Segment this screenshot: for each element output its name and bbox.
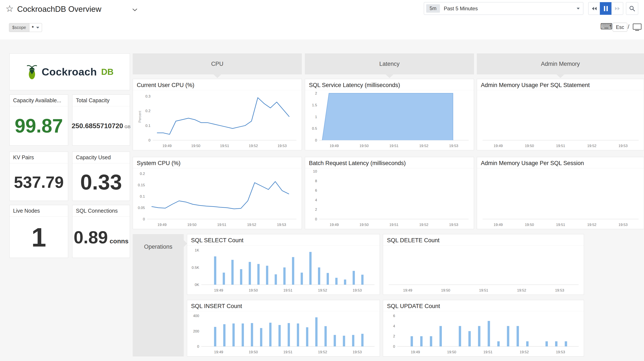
svg-text:2: 2	[393, 334, 395, 338]
playback-controls	[588, 2, 623, 15]
chart-plot[interactable]: 024619:4919:5019:5119:5219:53	[383, 311, 584, 356]
widget-value: 1	[32, 222, 46, 252]
chevron-down-icon	[577, 8, 580, 10]
group-header-operations[interactable]: Operations	[133, 234, 184, 356]
svg-text:19:49: 19:49	[494, 144, 503, 148]
svg-text:19:50: 19:50	[447, 350, 456, 354]
svg-text:19:51: 19:51	[556, 223, 565, 227]
svg-text:19:50: 19:50	[187, 223, 196, 227]
fullscreen-tv-icon[interactable]	[632, 23, 642, 32]
chart-plot[interactable]: 00.050.10.150.219:4919:5019:5119:5219:53	[133, 168, 302, 229]
svg-text:19:52: 19:52	[249, 144, 258, 148]
pause-icon	[604, 6, 605, 11]
svg-text:0.1: 0.1	[140, 194, 145, 198]
favorite-star-icon[interactable]: ☆	[6, 4, 14, 14]
svg-text:19:52: 19:52	[419, 223, 428, 227]
svg-text:19:51: 19:51	[479, 288, 488, 292]
chart-sql-delete-count[interactable]: SQL DELETE Count 19:4919:5019:5119:5219:…	[383, 234, 584, 295]
widget-capacity-used: Capacity Used 0.33	[72, 152, 130, 201]
svg-text:0.2: 0.2	[140, 172, 145, 176]
widget-sql-connections: SQL Connections 0.89conns	[72, 205, 130, 258]
svg-text:19:49: 19:49	[214, 288, 224, 292]
svg-text:0.05: 0.05	[138, 206, 145, 210]
chart-plot[interactable]: 0K0.5K1K19:4919:5019:5119:5219:53	[187, 246, 380, 294]
svg-text:19:51: 19:51	[389, 144, 398, 148]
chart-admin-memory-per-statement[interactable]: Admin Memory Usage Per SQL Statement 19:…	[477, 79, 644, 150]
svg-text:19:53: 19:53	[618, 223, 628, 227]
chart-current-user-cpu[interactable]: Current User CPU (%) 00.10.20.319:4919:5…	[133, 79, 302, 150]
svg-text:19:52: 19:52	[587, 223, 596, 227]
svg-text:19:50: 19:50	[441, 288, 450, 292]
cockroach-bug-icon	[26, 64, 38, 80]
chart-sql-update-count[interactable]: SQL UPDATE Count 024619:4919:5019:5119:5…	[383, 300, 584, 356]
time-range-label: Past 5 Minutes	[444, 6, 478, 12]
logo-suffix: DB	[101, 67, 114, 77]
group-header-admin-memory[interactable]: Admin Memory	[477, 54, 644, 74]
svg-text:0: 0	[148, 138, 150, 142]
group-header-latency[interactable]: Latency	[305, 54, 474, 74]
svg-text:6: 6	[315, 188, 317, 192]
esc-key-button[interactable]: Esc	[613, 23, 627, 32]
svg-text:19:52: 19:52	[517, 288, 526, 292]
svg-text:0.1: 0.1	[145, 124, 150, 128]
svg-text:0: 0	[143, 217, 145, 221]
svg-text:19:51: 19:51	[284, 350, 293, 354]
chevron-down-icon	[36, 27, 39, 28]
widget-live-nodes: Live Nodes 1	[10, 205, 68, 258]
chart-sql-select-count[interactable]: SQL SELECT Count 0K0.5K1K19:4919:5019:51…	[187, 234, 380, 295]
widget-value: 0.33	[80, 170, 122, 194]
scope-variable-dropdown[interactable]: $scope *	[9, 23, 42, 32]
time-range-badge: 5m	[426, 4, 440, 13]
chart-title: Admin Memory Usage Per SQL Session	[477, 157, 644, 168]
svg-text:1K: 1K	[195, 248, 199, 252]
svg-text:19:50: 19:50	[191, 144, 200, 148]
chart-plot[interactable]: 19:4919:5019:5119:5219:53	[383, 246, 584, 294]
widget-title: KV Pairs	[10, 152, 68, 163]
svg-text:19:51: 19:51	[556, 144, 565, 148]
fast-forward-button[interactable]	[612, 2, 623, 15]
time-range-dropdown[interactable]: 5m Past 5 Minutes	[424, 2, 583, 15]
chart-title: SQL DELETE Count	[383, 234, 584, 246]
svg-text:2: 2	[315, 91, 317, 96]
svg-text:10: 10	[313, 169, 317, 174]
chart-plot[interactable]: 00.10.20.319:4919:5019:5119:5219:53Perce…	[133, 90, 302, 150]
chart-title: SQL UPDATE Count	[383, 300, 584, 311]
widget-value: 537.79	[14, 173, 64, 192]
chart-system-cpu[interactable]: System CPU (%) 00.050.10.150.219:4919:50…	[133, 157, 302, 229]
chart-plot[interactable]: 19:4919:5019:5119:5219:53	[477, 168, 644, 229]
svg-text:Percent: Percent	[138, 110, 142, 122]
rewind-button[interactable]	[588, 2, 600, 15]
keyboard-shortcuts-icon[interactable]: ⌨	[600, 22, 613, 31]
svg-text:19:50: 19:50	[525, 144, 534, 148]
svg-text:0: 0	[315, 217, 317, 221]
svg-text:19:49: 19:49	[330, 144, 339, 148]
pause-button[interactable]	[600, 2, 612, 15]
svg-text:19:49: 19:49	[403, 288, 412, 292]
chart-admin-memory-per-session[interactable]: Admin Memory Usage Per SQL Session 19:49…	[477, 157, 644, 229]
svg-text:19:49: 19:49	[162, 144, 172, 148]
chart-sql-insert-count[interactable]: SQL INSERT Count 020040019:4919:5019:511…	[187, 300, 380, 356]
svg-text:19:53: 19:53	[449, 223, 458, 227]
zoom-search-button[interactable]	[626, 2, 638, 15]
title-chevron-down-icon[interactable]	[132, 8, 138, 12]
chart-plot[interactable]: 024681019:4919:5019:5119:5219:53	[305, 168, 474, 229]
chart-plot[interactable]: 19:4919:5019:5119:5219:53	[477, 90, 644, 150]
chart-plot[interactable]: 00.511.5219:4919:5019:5119:5219:53	[305, 90, 474, 150]
chart-title: SQL INSERT Count	[187, 300, 380, 311]
widget-title: Live Nodes	[10, 205, 68, 217]
widget-kv-pairs: KV Pairs 537.79	[10, 152, 68, 201]
chart-plot[interactable]: 020040019:4919:5019:5119:5219:53	[187, 311, 380, 356]
svg-text:19:53: 19:53	[556, 350, 565, 354]
widget-unit: GB	[124, 124, 130, 129]
svg-text:19:50: 19:50	[249, 350, 258, 354]
widget-value: 250.6855710720	[72, 122, 123, 130]
chart-sql-service-latency[interactable]: SQL Service Latency (milliseconds) 00.51…	[305, 79, 474, 150]
chart-batch-request-latency[interactable]: Batch Request Latency (milliseconds) 024…	[305, 157, 474, 229]
chart-title: SQL Service Latency (milliseconds)	[305, 79, 474, 90]
chart-title: Current User CPU (%)	[133, 79, 302, 90]
svg-text:19:53: 19:53	[618, 144, 628, 148]
svg-text:400: 400	[193, 314, 199, 318]
page-title: CockroachDB Overview	[17, 5, 102, 14]
group-header-cpu[interactable]: CPU	[133, 54, 302, 74]
widget-capacity-available: Capacity Available... 99.87	[10, 94, 68, 146]
